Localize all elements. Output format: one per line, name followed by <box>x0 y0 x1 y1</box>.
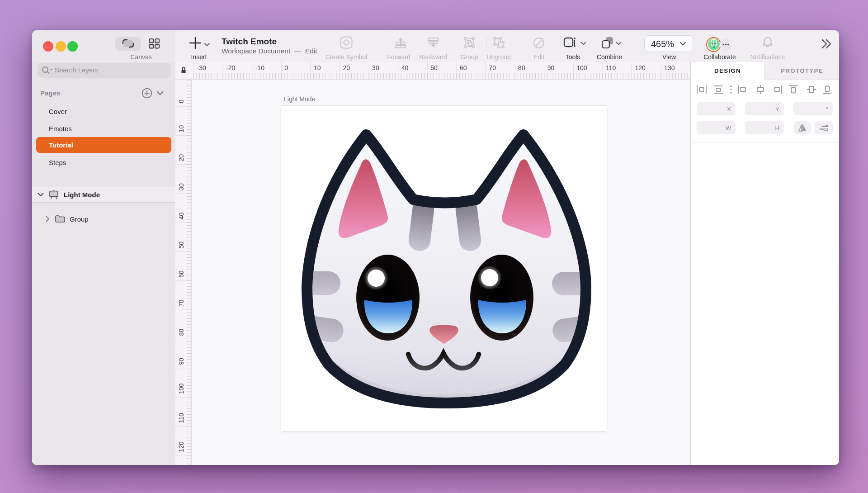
svg-text:-10: -10 <box>255 64 264 71</box>
svg-text:100: 100 <box>576 64 587 71</box>
svg-text:20: 20 <box>178 154 185 161</box>
svg-text:50: 50 <box>430 64 438 71</box>
svg-text:30: 30 <box>372 64 379 71</box>
svg-text:120: 120 <box>178 441 185 452</box>
svg-text:80: 80 <box>518 64 525 71</box>
svg-text:40: 40 <box>401 64 409 71</box>
svg-text:90: 90 <box>178 358 185 365</box>
svg-text:10: 10 <box>178 125 185 133</box>
svg-text:-30: -30 <box>197 64 206 71</box>
svg-text:0: 0 <box>284 64 288 71</box>
svg-text:10: 10 <box>314 64 321 71</box>
svg-text:-20: -20 <box>226 64 235 71</box>
svg-text:50: 50 <box>178 242 185 249</box>
svg-text:70: 70 <box>178 299 185 307</box>
svg-text:20: 20 <box>343 64 350 71</box>
svg-text:80: 80 <box>178 329 185 336</box>
svg-text:60: 60 <box>460 64 467 71</box>
svg-text:100: 100 <box>178 383 185 394</box>
svg-text:40: 40 <box>178 212 185 219</box>
svg-text:90: 90 <box>547 64 555 71</box>
svg-text:110: 110 <box>178 413 185 423</box>
svg-text:130: 130 <box>664 64 675 71</box>
svg-text:0: 0 <box>178 100 185 103</box>
svg-text:120: 120 <box>635 64 646 71</box>
svg-text:60: 60 <box>178 270 185 278</box>
svg-text:70: 70 <box>489 64 496 71</box>
svg-text:110: 110 <box>606 64 616 71</box>
svg-text:30: 30 <box>178 183 185 190</box>
